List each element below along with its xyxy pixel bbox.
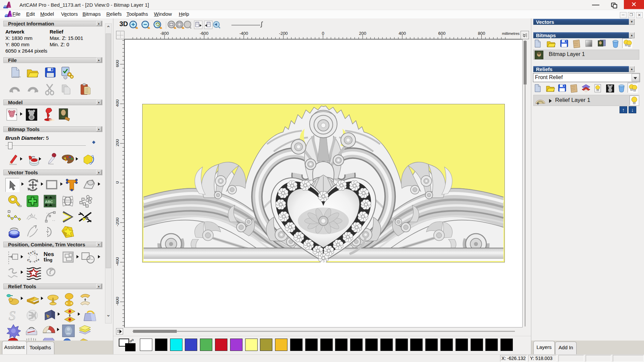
svg-text:600: 600 xyxy=(438,31,446,36)
svg-text:-400: -400 xyxy=(239,31,248,36)
svg-text:millimetres: millimetres xyxy=(502,32,520,36)
svg-text:ting: ting xyxy=(44,256,52,263)
svg-text:600: 600 xyxy=(116,60,120,67)
svg-text:400: 400 xyxy=(398,31,406,36)
svg-text:200: 200 xyxy=(359,31,366,36)
svg-text:-600: -600 xyxy=(116,297,120,305)
svg-text:400: 400 xyxy=(116,100,120,107)
svg-text:0: 0 xyxy=(116,181,120,183)
svg-text:-800: -800 xyxy=(160,31,169,36)
svg-text:-400: -400 xyxy=(116,257,120,266)
svg-text:-200: -200 xyxy=(116,218,120,226)
svg-text:S: S xyxy=(9,308,15,322)
svg-text:-200: -200 xyxy=(279,31,288,36)
svg-text:800: 800 xyxy=(478,31,485,36)
svg-text:200: 200 xyxy=(116,139,120,146)
svg-text:-600: -600 xyxy=(200,31,209,36)
svg-text:o n: o n xyxy=(34,251,39,256)
svg-text:0: 0 xyxy=(322,31,324,36)
svg-text:ABC: ABC xyxy=(45,200,53,204)
